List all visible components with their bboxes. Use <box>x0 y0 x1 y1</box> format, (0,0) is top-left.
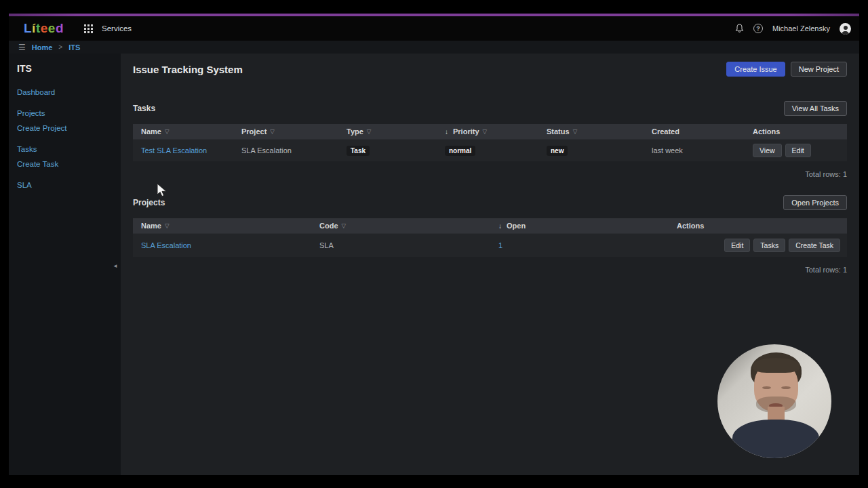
task-status-cell: new <box>538 146 644 156</box>
task-edit-button[interactable]: Edit <box>785 144 811 157</box>
project-tasks-button[interactable]: Tasks <box>753 239 785 252</box>
projects-col-actions: Actions <box>669 222 847 230</box>
mouse-cursor-icon <box>157 183 169 198</box>
projects-col-open[interactable]: Open <box>490 222 669 230</box>
tasks-col-project[interactable]: Project <box>233 127 338 136</box>
tasks-col-priority[interactable]: Priority <box>437 127 538 136</box>
avatar-head-icon <box>844 26 848 30</box>
services-menu[interactable]: Services <box>102 24 132 33</box>
sort-desc-icon <box>445 127 450 136</box>
breadcrumb-current[interactable]: ITS <box>68 43 80 52</box>
task-status-badge: new <box>547 146 568 156</box>
project-edit-button[interactable]: Edit <box>724 239 750 252</box>
sort-desc-icon <box>498 222 503 230</box>
projects-table-row: SLA Escalation SLA 1 Edit Tasks Create T… <box>133 233 847 257</box>
tasks-section-header: Tasks View All Tasks <box>133 101 847 115</box>
view-all-tasks-button[interactable]: View All Tasks <box>784 101 847 116</box>
breadcrumb: ☰ Home > ITS <box>9 41 859 54</box>
task-priority-cell: normal <box>437 146 538 156</box>
project-create-task-button[interactable]: Create Task <box>789 239 840 252</box>
projects-total-rows: Total rows: 1 <box>133 266 847 274</box>
projects-table: Name Code Open Actions SLA Escalation SL… <box>133 218 847 257</box>
help-icon[interactable]: ? <box>753 24 763 33</box>
sidebar-item-dashboard[interactable]: Dashboard <box>17 88 121 96</box>
projects-section-title: Projects <box>133 198 165 207</box>
tasks-col-created[interactable]: Created <box>644 127 745 136</box>
notifications-bell-icon[interactable] <box>735 24 744 33</box>
webcam-overlay <box>717 344 831 458</box>
sidebar-item-projects[interactable]: Projects <box>17 109 121 117</box>
sidebar-item-create-task[interactable]: Create Task <box>17 160 121 168</box>
header-buttons: Create Issue New Project <box>726 62 847 77</box>
tasks-col-name[interactable]: Name <box>133 127 233 136</box>
projects-table-header: Name Code Open Actions <box>133 218 847 233</box>
sidebar-item-tasks[interactable]: Tasks <box>17 145 121 153</box>
topbar-right: ? Michael Zelensky <box>735 23 851 35</box>
task-view-button[interactable]: View <box>753 144 782 157</box>
apps-grid-icon[interactable] <box>84 24 93 33</box>
user-avatar[interactable] <box>840 23 851 35</box>
sidebar: ITS Dashboard Projects Create Project Ta… <box>9 54 121 475</box>
sidebar-collapse-icon[interactable]: ◄ <box>113 263 118 269</box>
tasks-table-header: Name Project Type Priority Status Create… <box>133 124 847 139</box>
project-code-cell: SLA <box>311 241 490 249</box>
tasks-table: Name Project Type Priority Status Create… <box>133 124 847 161</box>
tasks-col-status[interactable]: Status <box>538 127 644 136</box>
tasks-table-row: Test SLA Escalation SLA Escalation Task … <box>133 139 847 161</box>
task-type-badge: Task <box>347 146 370 156</box>
task-priority-badge: normal <box>445 146 475 156</box>
new-project-button[interactable]: New Project <box>791 62 847 77</box>
app-window: Líteed Services ? Michael Zelensky ☰ Hom… <box>0 0 868 488</box>
project-open-count[interactable]: 1 <box>490 241 669 249</box>
user-name[interactable]: Michael Zelensky <box>772 24 830 33</box>
task-type-cell: Task <box>338 146 437 156</box>
page-header: Issue Tracking System Create Issue New P… <box>133 62 847 77</box>
tasks-section-title: Tasks <box>133 104 155 113</box>
tasks-total-rows: Total rows: 1 <box>133 170 847 178</box>
sidebar-item-sla[interactable]: SLA <box>17 181 121 189</box>
project-name-link[interactable]: SLA Escalation <box>133 241 311 249</box>
projects-col-code[interactable]: Code <box>311 222 490 230</box>
logo[interactable]: Líteed <box>24 21 64 36</box>
project-actions-cell: Edit Tasks Create Task <box>669 239 847 252</box>
task-project-cell: SLA Escalation <box>233 146 338 155</box>
create-issue-button[interactable]: Create Issue <box>726 62 785 77</box>
page-title: Issue Tracking System <box>133 64 243 75</box>
projects-col-name[interactable]: Name <box>133 222 311 230</box>
task-actions-cell: View Edit <box>745 144 847 157</box>
breadcrumb-home[interactable]: Home <box>32 43 53 52</box>
projects-section-header: Projects Open Projects <box>133 195 847 209</box>
webcam-person-fringe <box>753 358 800 373</box>
breadcrumb-separator-icon: > <box>58 43 62 51</box>
top-bar: Líteed Services ? Michael Zelensky <box>9 16 859 41</box>
sidebar-title: ITS <box>17 63 121 74</box>
open-projects-button[interactable]: Open Projects <box>783 195 847 210</box>
task-created-cell: last week <box>644 146 745 155</box>
task-name-link[interactable]: Test SLA Escalation <box>133 146 233 155</box>
tasks-col-type[interactable]: Type <box>338 127 437 136</box>
hamburger-menu-icon[interactable]: ☰ <box>18 43 26 52</box>
tasks-col-actions: Actions <box>745 127 847 136</box>
avatar-body-icon <box>842 31 849 35</box>
sidebar-item-create-project[interactable]: Create Project <box>17 124 121 132</box>
